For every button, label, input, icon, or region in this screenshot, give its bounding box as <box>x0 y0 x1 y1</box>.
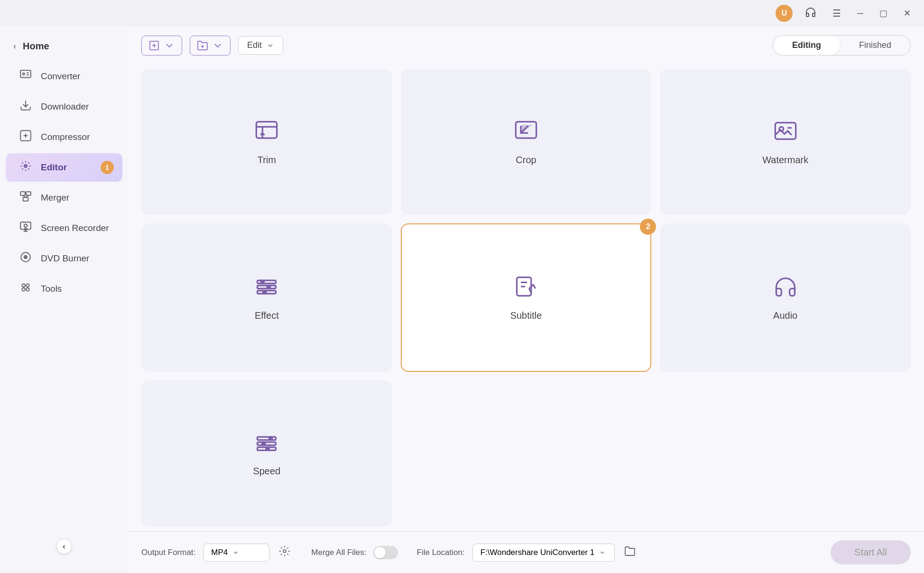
crop-icon <box>514 119 538 148</box>
svg-point-37 <box>262 442 266 445</box>
effect-icon <box>254 274 279 304</box>
audio-label: Audio <box>773 310 797 321</box>
file-location-folder-icon[interactable] <box>622 544 638 562</box>
svg-rect-0 <box>20 70 31 77</box>
headphone-icon[interactable] <box>801 5 820 22</box>
trim-icon <box>254 119 279 148</box>
sidebar-item-dvd-burner[interactable]: DVD Burner <box>6 244 122 273</box>
sidebar-item-label-dvd-burner: DVD Burner <box>41 253 89 264</box>
tools-icon <box>19 281 32 296</box>
bottom-bar: Output Format: MP4 Merge All Files: <box>128 531 924 573</box>
svg-rect-8 <box>23 197 28 201</box>
sidebar-item-tools[interactable]: Tools <box>6 275 122 303</box>
svg-rect-26 <box>258 280 276 284</box>
tab-finished[interactable]: Finished <box>840 36 910 55</box>
file-location-select[interactable]: F:\Wondershare UniConverter 1 <box>472 544 615 562</box>
file-location-value: F:\Wondershare UniConverter 1 <box>480 548 595 557</box>
sidebar-item-label-converter: Converter <box>41 71 80 82</box>
file-location-field: File Location: F:\Wondershare UniConvert… <box>417 544 638 562</box>
output-format-select[interactable]: MP4 <box>203 544 269 562</box>
editor-card-crop[interactable]: Crop <box>401 69 652 215</box>
tab-editing[interactable]: Editing <box>773 36 840 55</box>
user-avatar[interactable]: U <box>776 5 793 22</box>
editor-card-audio[interactable]: Audio <box>660 223 911 371</box>
sidebar-item-label-screen-recorder: Screen Recorder <box>41 223 109 233</box>
close-icon[interactable]: ✕ <box>900 6 915 20</box>
svg-point-1 <box>23 73 25 75</box>
edit-dropdown[interactable]: Edit <box>238 36 283 55</box>
merge-all-label: Merge All Files: <box>311 548 366 557</box>
editor-grid: Trim Crop <box>128 64 924 531</box>
sidebar-item-converter[interactable]: Converter <box>6 62 122 91</box>
output-format-field: Output Format: MP4 <box>141 544 292 562</box>
sidebar-item-label-merger: Merger <box>41 193 69 203</box>
edit-dropdown-value: Edit <box>247 40 262 50</box>
editor-empty-slot-1 <box>401 380 652 527</box>
svg-point-18 <box>22 288 25 291</box>
file-location-label: File Location: <box>417 548 465 557</box>
sidebar-item-editor[interactable]: Editor 1 <box>6 153 122 182</box>
menu-icon[interactable]: ☰ <box>829 6 845 21</box>
crop-label: Crop <box>516 155 536 166</box>
output-format-label: Output Format: <box>141 548 195 557</box>
editor-card-speed[interactable]: Speed <box>141 380 392 527</box>
main-content: Edit Editing Finished <box>128 27 924 573</box>
downloader-icon <box>19 99 32 114</box>
svg-rect-7 <box>26 192 31 195</box>
toggle-knob <box>374 547 386 558</box>
start-all-button[interactable]: Start All <box>831 540 911 564</box>
subtitle-icon <box>514 274 538 304</box>
subtitle-label: Subtitle <box>510 310 542 321</box>
output-format-value: MP4 <box>211 548 228 557</box>
svg-point-16 <box>22 284 25 287</box>
svg-point-29 <box>261 280 264 284</box>
svg-point-17 <box>26 284 29 287</box>
sidebar-collapse-button[interactable]: ‹ <box>56 539 72 554</box>
dvd-burner-icon <box>19 251 32 266</box>
sidebar-home-label: Home <box>23 41 49 52</box>
editor-card-subtitle[interactable]: Subtitle 2 <box>401 223 652 371</box>
speed-icon <box>254 430 279 459</box>
audio-icon <box>773 274 798 304</box>
converter-icon <box>19 69 32 84</box>
svg-point-15 <box>25 257 26 258</box>
svg-point-31 <box>263 291 267 294</box>
sidebar-item-compressor[interactable]: Compressor <box>6 123 122 151</box>
sidebar-home[interactable]: ‹ Home <box>0 36 128 61</box>
editor-card-effect[interactable]: Effect <box>141 223 392 371</box>
add-folder-button[interactable] <box>190 36 231 55</box>
sidebar-item-downloader[interactable]: Downloader <box>6 92 122 121</box>
editor-icon <box>19 160 32 175</box>
title-bar: U ☰ ─ ▢ ✕ <box>0 0 924 27</box>
svg-point-38 <box>266 447 269 451</box>
sidebar-item-label-editor: Editor <box>41 162 67 173</box>
tab-group: Editing Finished <box>773 35 911 55</box>
output-format-settings-icon[interactable] <box>277 544 292 562</box>
watermark-label: Watermark <box>762 155 808 166</box>
svg-point-12 <box>24 224 28 228</box>
add-file-button[interactable] <box>141 36 182 55</box>
sidebar-item-label-downloader: Downloader <box>41 102 89 112</box>
svg-rect-21 <box>257 121 277 138</box>
svg-point-19 <box>26 288 29 291</box>
sidebar: ‹ Home Converter Dow <box>0 27 128 573</box>
editor-card-watermark[interactable]: Watermark <box>660 69 911 215</box>
svg-point-30 <box>267 286 270 289</box>
watermark-icon <box>773 119 798 148</box>
maximize-icon[interactable]: ▢ <box>876 6 891 20</box>
editor-card-trim[interactable]: Trim <box>141 69 392 215</box>
svg-point-5 <box>25 166 26 166</box>
sidebar-item-screen-recorder[interactable]: Screen Recorder <box>6 214 122 242</box>
svg-rect-34 <box>258 442 276 445</box>
subtitle-badge: 2 <box>640 219 656 235</box>
merge-all-toggle[interactable] <box>373 546 398 559</box>
svg-rect-6 <box>20 192 25 195</box>
speed-label: Speed <box>253 466 280 477</box>
toolbar: Edit Editing Finished <box>128 27 924 64</box>
sidebar-item-merger[interactable]: Merger <box>6 184 122 212</box>
minimize-icon[interactable]: ─ <box>853 7 867 20</box>
svg-point-36 <box>269 437 273 440</box>
compressor-icon <box>19 129 32 145</box>
editor-empty-slot-2 <box>660 380 911 527</box>
svg-rect-33 <box>258 437 276 440</box>
